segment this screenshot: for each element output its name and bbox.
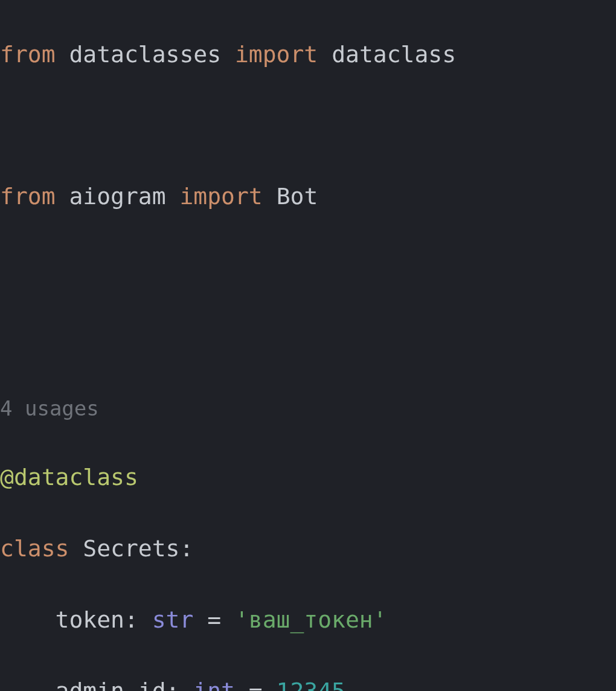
import-name: Bot [277,183,318,210]
code-line: admin_id: int = 12345 [0,673,616,691]
field-name: admin_id [56,678,166,691]
code-line: from aiogram import Bot [0,179,616,214]
blank-line [0,250,616,286]
decorator: @dataclass [0,464,138,490]
blank-line [0,321,616,357]
code-editor[interactable]: from dataclasses import dataclass from a… [0,0,616,691]
colon: : [179,535,193,562]
keyword-import: import [235,41,318,68]
blank-line [0,108,616,144]
module-name: dataclasses [69,41,221,68]
module-name: aiogram [69,183,165,210]
code-line: token: str = 'ваш_токен' [0,602,616,638]
type-annotation: str [152,606,194,633]
keyword-class: class [0,535,69,562]
string-literal: 'ваш_токен' [235,606,387,633]
number-literal: 12345 [277,678,345,691]
class-name: Secrets [83,535,179,562]
usages-hint[interactable]: 4 usages [0,393,616,425]
keyword-from: from [0,41,56,68]
code-line: from dataclasses import dataclass [0,37,616,72]
keyword-import: import [179,183,262,210]
import-name: dataclass [332,41,456,68]
type-annotation: int [193,678,235,691]
keyword-from: from [0,183,56,210]
code-line: @dataclass [0,460,616,495]
field-name: token [56,606,124,633]
code-line: class Secrets: [0,531,616,567]
